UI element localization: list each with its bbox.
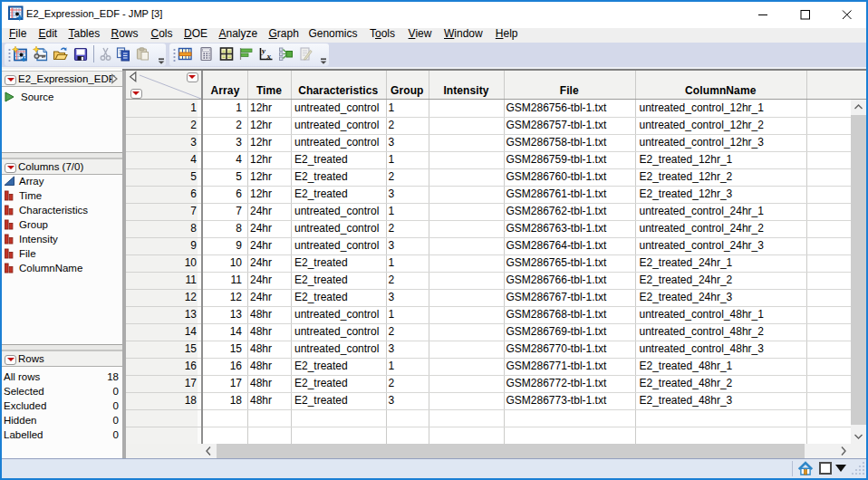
svg-text:x: x <box>266 52 272 61</box>
svg-text:y: y <box>261 46 266 55</box>
